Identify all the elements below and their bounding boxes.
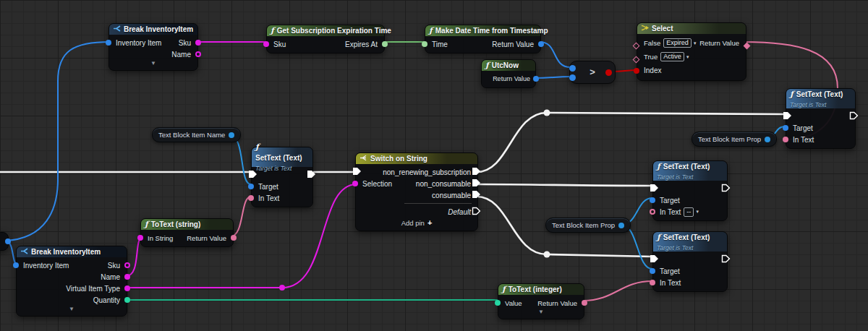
exec-default-pin[interactable] — [472, 207, 481, 217]
node-settext-quantity[interactable]: ƒ SetText (Text) Target is Text Target I… — [652, 231, 728, 292]
getter-text-block-item-prop-2[interactable]: Text Block Item Prop — [692, 132, 777, 147]
exec-out-pin[interactable] — [849, 111, 859, 121]
pin-quantity[interactable] — [124, 297, 130, 303]
pin-label: Virtual Item Type — [66, 285, 120, 293]
node-get-subscription-expiration-time[interactable]: ƒ Get Subscription Expiration Time Sku E… — [266, 25, 385, 53]
pin-output[interactable] — [229, 132, 234, 138]
plus-icon: + — [427, 218, 432, 227]
node-settext-status[interactable]: ƒ SetText (Text) Target is Text Target I… — [786, 88, 856, 149]
pin-output[interactable] — [765, 137, 770, 142]
break-struct-icon — [113, 25, 121, 33]
pin-label: Return Value — [492, 40, 534, 48]
pin-b[interactable] — [569, 74, 576, 81]
exec-in-pin[interactable] — [352, 167, 362, 177]
pin-label: In String — [148, 234, 173, 242]
pin-selection[interactable] — [352, 181, 358, 186]
reroute-node[interactable] — [279, 285, 285, 291]
node-break-inventoryitem-bottom[interactable]: Break InventoryItem Inventory Item Sku N… — [16, 246, 127, 317]
pin-in-text[interactable] — [783, 137, 788, 142]
exec-case-pin[interactable] — [472, 179, 481, 189]
chevron-down-icon: ▼ — [695, 210, 699, 214]
wire-exec-case2 — [477, 184, 652, 186]
exec-case-pin[interactable] — [472, 167, 481, 177]
chevron-down-icon: ▼ — [693, 41, 697, 46]
exec-in-pin[interactable] — [650, 254, 659, 265]
pin-in-text[interactable] — [650, 280, 655, 285]
add-pin-button[interactable]: Add pin + — [356, 218, 477, 228]
wire-text-totextstr-settext — [231, 197, 251, 236]
node-title: Get Subscription Expiration Time — [277, 27, 391, 35]
variable-label: Text Block Item Prop — [552, 221, 615, 229]
graph-canvas[interactable]: Break InventoryItem Inventory Item Sku N… — [0, 0, 868, 331]
pin-name[interactable] — [195, 51, 201, 57]
reroute-node[interactable] — [544, 252, 550, 258]
pin-target[interactable] — [248, 184, 254, 189]
pin-output[interactable] — [618, 223, 624, 228]
getter-text-block-item-name[interactable]: Text Block Item Name — [152, 127, 241, 142]
node-switch-on-string[interactable]: Switch on String non_renewing_subscripti… — [355, 152, 478, 231]
pin-return-value[interactable] — [533, 76, 539, 82]
true-value-dropdown[interactable]: Active ▼ — [660, 52, 689, 61]
pin-time[interactable] — [422, 41, 427, 47]
pin-sku[interactable] — [263, 41, 269, 47]
pin-output[interactable] — [5, 238, 11, 244]
pin-true[interactable] — [633, 56, 640, 63]
pin-sku[interactable] — [124, 262, 130, 268]
pin-in-text[interactable] — [248, 195, 254, 201]
pin-virtual-item-type[interactable] — [124, 285, 130, 291]
pin-sku[interactable] — [195, 40, 201, 46]
node-select[interactable]: Select False Expired ▼ Return Value True — [637, 22, 746, 81]
pin-return-value[interactable] — [231, 235, 237, 241]
exec-out-pin[interactable] — [721, 254, 731, 265]
pin-inventory-item[interactable] — [13, 262, 19, 268]
false-value-dropdown[interactable]: Expired ▼ — [663, 38, 697, 48]
pin-a[interactable] — [569, 65, 576, 72]
wire-obj-makedt-gt — [540, 42, 571, 67]
exec-out-pin[interactable] — [307, 170, 316, 180]
pin-return-value[interactable] — [538, 41, 544, 47]
pin-index[interactable] — [634, 68, 639, 74]
pin-target[interactable] — [650, 197, 655, 203]
pin-target[interactable] — [783, 125, 788, 131]
collapse-chevron-icon[interactable]: ▼ — [498, 309, 584, 316]
collapse-chevron-icon[interactable]: ▼ — [17, 306, 127, 313]
break-struct-icon — [20, 248, 28, 256]
collapse-chevron-icon[interactable]: ▼ — [109, 60, 197, 67]
node-totext-string[interactable]: ƒ ToText (string) In String Return Value — [140, 218, 234, 247]
exec-out-pin[interactable] — [721, 184, 731, 194]
pin-label: Sku — [108, 262, 120, 270]
reroute-node[interactable] — [544, 110, 550, 116]
pin-return-value[interactable] — [582, 300, 587, 306]
function-icon: ƒ — [255, 144, 259, 151]
node-totext-integer[interactable]: ƒ ToText (integer) Value Return Value ▼ — [498, 283, 584, 319]
pin-target[interactable] — [650, 268, 655, 274]
getter-text-block-item-prop-1[interactable]: Text Block Item Prop — [545, 218, 631, 233]
pin-label: Target — [660, 267, 680, 275]
exec-in-pin[interactable] — [783, 111, 792, 121]
node-make-datetime-from-timestamp[interactable]: ƒ Make Date Time from Timestamp Time Ret… — [425, 25, 541, 53]
exec-in-pin[interactable] — [650, 184, 659, 194]
pin-inventory-item[interactable] — [106, 40, 111, 46]
variable-label: Text Block Item Name — [158, 131, 225, 139]
node-settext-item-name[interactable]: ƒ SetText (Text) Target is Text Target I… — [251, 147, 313, 207]
pin-value[interactable] — [495, 300, 501, 306]
exec-in-pin[interactable] — [248, 170, 258, 180]
pin-in-text[interactable] — [650, 209, 655, 215]
pin-result[interactable] — [605, 69, 612, 76]
clipped-node[interactable] — [0, 232, 9, 251]
node-greater-than[interactable]: > — [569, 61, 616, 84]
node-break-inventoryitem-top[interactable]: Break InventoryItem Inventory Item Sku N… — [109, 23, 198, 71]
exec-case-pin[interactable] — [472, 190, 481, 200]
pin-false[interactable] — [633, 42, 640, 49]
node-title: Make Date Time from Timestamp — [435, 27, 548, 35]
node-settext-item-prop[interactable]: ƒ SetText (Text) Target is Text Target I… — [652, 160, 728, 221]
node-utcnow[interactable]: ƒ UtcNow Return Value — [481, 59, 536, 88]
pin-label: Name — [101, 273, 120, 281]
in-text-value-field[interactable]: -- ▼ — [684, 207, 699, 217]
pin-in-string[interactable] — [137, 235, 143, 241]
node-subtitle: Target is Text — [790, 102, 851, 108]
node-title: Select — [652, 25, 673, 33]
pin-name[interactable] — [124, 274, 130, 280]
pin-expires-at[interactable] — [382, 41, 388, 47]
pin-return-value[interactable] — [744, 42, 751, 49]
